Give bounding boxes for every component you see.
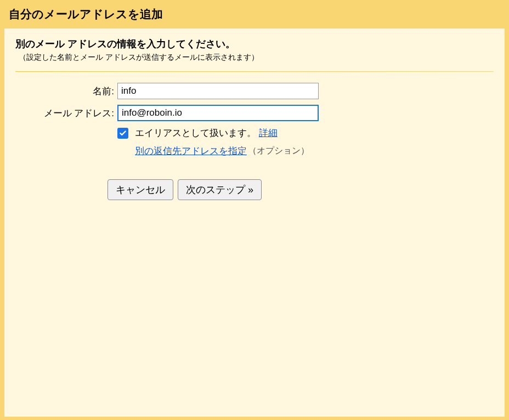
form-area: 名前: メール アドレス: エイリアスとして扱います。 詳細 別の返信先アドレス… <box>15 83 494 200</box>
divider <box>15 71 494 72</box>
content-subtitle: 別のメール アドレスの情報を入力してください。 <box>15 37 494 50</box>
alias-row: エイリアスとして扱います。 詳細 <box>15 127 494 139</box>
cancel-button[interactable]: キャンセル <box>108 179 173 200</box>
reply-to-link[interactable]: 別の返信先アドレスを指定 <box>135 145 247 157</box>
name-row: 名前: <box>15 83 494 99</box>
checkmark-icon <box>119 129 127 137</box>
alias-label: エイリアスとして扱います。 詳細 <box>135 127 278 139</box>
email-row: メール アドレス: <box>15 105 494 121</box>
next-step-button[interactable]: 次のステップ » <box>178 179 262 200</box>
dialog-content: 別のメール アドレスの情報を入力してください。 （設定した名前とメール アドレス… <box>4 29 505 417</box>
alias-label-text: エイリアスとして扱います。 <box>135 128 256 138</box>
dialog-title: 自分のメールアドレスを追加 <box>9 7 500 22</box>
email-input[interactable] <box>117 105 319 121</box>
name-input[interactable] <box>117 83 319 99</box>
option-suffix: （オプション） <box>248 145 309 157</box>
content-description: （設定した名前とメール アドレスが送信するメールに表示されます） <box>15 53 494 63</box>
reply-to-row: 別の返信先アドレスを指定 （オプション） <box>15 145 494 157</box>
name-label: 名前: <box>15 85 117 98</box>
email-label: メール アドレス: <box>15 107 117 120</box>
button-row: キャンセル 次のステップ » <box>15 179 494 200</box>
alias-detail-link[interactable]: 詳細 <box>259 128 278 138</box>
dialog-header: 自分のメールアドレスを追加 <box>0 0 509 29</box>
alias-checkbox[interactable] <box>117 128 128 139</box>
